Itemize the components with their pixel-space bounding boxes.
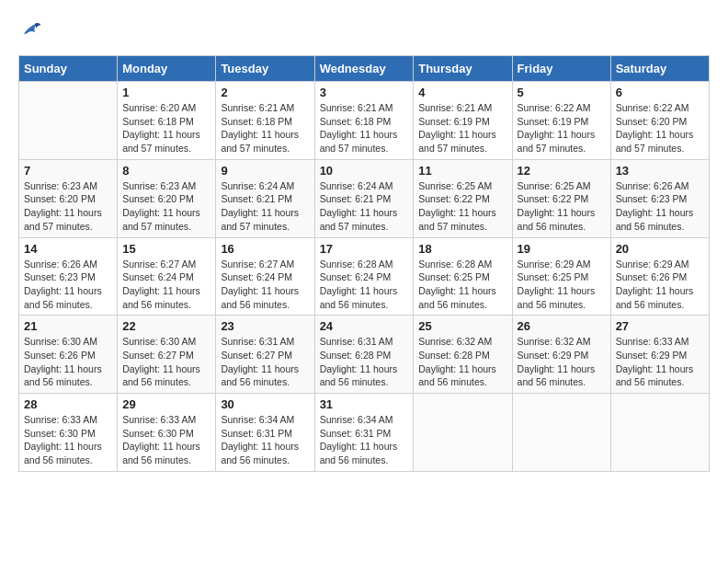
day-sunrise: Sunrise: 6:33 AM	[122, 414, 196, 425]
weekday-header-sunday: Sunday	[19, 56, 118, 82]
day-sunset: Sunset: 6:24 PM	[122, 271, 194, 282]
day-daylight: Daylight: 11 hours and 57 minutes.	[518, 129, 596, 154]
day-daylight: Daylight: 11 hours and 57 minutes.	[320, 207, 398, 232]
calendar-cell: 7 Sunrise: 6:23 AM Sunset: 6:20 PM Dayli…	[19, 159, 118, 237]
day-daylight: Daylight: 11 hours and 56 minutes.	[518, 363, 596, 388]
calendar-cell: 8 Sunrise: 6:23 AM Sunset: 6:20 PM Dayli…	[118, 159, 216, 237]
day-sunrise: Sunrise: 6:21 AM	[418, 102, 492, 113]
day-sunset: Sunset: 6:30 PM	[122, 428, 194, 439]
day-sunset: Sunset: 6:30 PM	[24, 428, 96, 439]
calendar-cell: 5 Sunrise: 6:22 AM Sunset: 6:19 PM Dayli…	[512, 82, 610, 160]
day-number: 14	[24, 242, 112, 256]
day-daylight: Daylight: 11 hours and 57 minutes.	[616, 129, 694, 154]
day-number: 30	[221, 397, 309, 411]
day-daylight: Daylight: 11 hours and 57 minutes.	[418, 207, 496, 232]
weekday-header-thursday: Thursday	[414, 56, 512, 82]
day-sunrise: Sunrise: 6:23 AM	[24, 180, 97, 191]
day-sunrise: Sunrise: 6:21 AM	[320, 102, 393, 113]
day-number: 24	[320, 319, 409, 333]
day-sunrise: Sunrise: 6:22 AM	[518, 102, 591, 113]
calendar-cell: 23 Sunrise: 6:31 AM Sunset: 6:27 PM Dayl…	[216, 316, 314, 394]
calendar-cell: 29 Sunrise: 6:33 AM Sunset: 6:30 PM Dayl…	[118, 394, 216, 472]
day-daylight: Daylight: 11 hours and 56 minutes.	[24, 363, 102, 388]
calendar-cell: 25 Sunrise: 6:32 AM Sunset: 6:28 PM Dayl…	[414, 316, 512, 394]
day-sunset: Sunset: 6:31 PM	[221, 428, 292, 439]
day-daylight: Daylight: 11 hours and 56 minutes.	[518, 207, 596, 232]
day-sunrise: Sunrise: 6:24 AM	[221, 180, 294, 191]
calendar-cell: 14 Sunrise: 6:26 AM Sunset: 6:23 PM Dayl…	[19, 237, 118, 316]
day-daylight: Daylight: 11 hours and 56 minutes.	[221, 363, 299, 388]
day-sunrise: Sunrise: 6:33 AM	[616, 336, 689, 347]
calendar-cell: 19 Sunrise: 6:29 AM Sunset: 6:25 PM Dayl…	[512, 237, 610, 316]
day-sunset: Sunset: 6:24 PM	[221, 271, 292, 282]
day-number: 21	[24, 319, 112, 333]
calendar-table: SundayMondayTuesdayWednesdayThursdayFrid…	[18, 55, 710, 472]
calendar-week-3: 14 Sunrise: 6:26 AM Sunset: 6:23 PM Dayl…	[19, 237, 710, 316]
day-daylight: Daylight: 11 hours and 57 minutes.	[24, 207, 102, 232]
day-sunset: Sunset: 6:21 PM	[320, 193, 392, 204]
day-daylight: Daylight: 11 hours and 56 minutes.	[122, 363, 200, 388]
day-sunset: Sunset: 6:27 PM	[122, 350, 194, 361]
day-daylight: Daylight: 11 hours and 56 minutes.	[616, 285, 694, 310]
day-number: 13	[616, 164, 704, 178]
day-sunrise: Sunrise: 6:30 AM	[122, 336, 196, 347]
calendar-cell: 17 Sunrise: 6:28 AM Sunset: 6:24 PM Dayl…	[314, 237, 414, 316]
day-number: 11	[418, 164, 506, 178]
day-daylight: Daylight: 11 hours and 56 minutes.	[24, 285, 102, 310]
day-sunrise: Sunrise: 6:32 AM	[518, 336, 591, 347]
day-sunrise: Sunrise: 6:30 AM	[24, 336, 97, 347]
day-sunrise: Sunrise: 6:26 AM	[24, 259, 97, 270]
day-number: 26	[518, 319, 606, 333]
day-daylight: Daylight: 11 hours and 56 minutes.	[418, 363, 496, 388]
day-number: 10	[320, 164, 409, 178]
calendar-cell: 20 Sunrise: 6:29 AM Sunset: 6:26 PM Dayl…	[610, 237, 709, 316]
day-daylight: Daylight: 11 hours and 56 minutes.	[320, 285, 398, 310]
day-sunset: Sunset: 6:23 PM	[616, 193, 688, 204]
calendar-cell: 12 Sunrise: 6:25 AM Sunset: 6:22 PM Dayl…	[512, 159, 610, 237]
day-sunrise: Sunrise: 6:29 AM	[518, 259, 591, 270]
day-daylight: Daylight: 11 hours and 56 minutes.	[221, 441, 299, 465]
calendar-cell: 28 Sunrise: 6:33 AM Sunset: 6:30 PM Dayl…	[19, 394, 118, 472]
weekday-header-monday: Monday	[118, 56, 216, 82]
calendar-cell: 21 Sunrise: 6:30 AM Sunset: 6:26 PM Dayl…	[19, 316, 118, 394]
day-sunrise: Sunrise: 6:33 AM	[24, 414, 97, 425]
day-sunset: Sunset: 6:19 PM	[418, 116, 490, 127]
calendar-cell	[512, 394, 610, 472]
calendar-cell: 1 Sunrise: 6:20 AM Sunset: 6:18 PM Dayli…	[118, 82, 216, 160]
day-number: 3	[320, 86, 409, 99]
day-daylight: Daylight: 11 hours and 56 minutes.	[518, 285, 596, 310]
day-sunset: Sunset: 6:18 PM	[122, 116, 194, 127]
calendar-cell: 13 Sunrise: 6:26 AM Sunset: 6:23 PM Dayl…	[610, 159, 709, 237]
day-daylight: Daylight: 11 hours and 57 minutes.	[122, 129, 200, 154]
day-number: 25	[418, 319, 506, 333]
day-number: 6	[616, 86, 704, 99]
calendar-cell: 9 Sunrise: 6:24 AM Sunset: 6:21 PM Dayli…	[216, 159, 314, 237]
day-sunset: Sunset: 6:28 PM	[320, 350, 392, 361]
day-sunrise: Sunrise: 6:32 AM	[418, 336, 492, 347]
day-sunrise: Sunrise: 6:34 AM	[320, 414, 393, 425]
day-sunrise: Sunrise: 6:20 AM	[122, 102, 196, 113]
day-sunset: Sunset: 6:23 PM	[24, 271, 96, 282]
day-daylight: Daylight: 11 hours and 57 minutes.	[221, 129, 299, 154]
day-sunset: Sunset: 6:18 PM	[320, 116, 392, 127]
day-number: 19	[518, 242, 606, 256]
day-sunrise: Sunrise: 6:26 AM	[616, 180, 689, 191]
calendar-cell: 30 Sunrise: 6:34 AM Sunset: 6:31 PM Dayl…	[216, 394, 314, 472]
day-daylight: Daylight: 11 hours and 57 minutes.	[320, 129, 398, 154]
day-sunrise: Sunrise: 6:21 AM	[221, 102, 294, 113]
day-number: 5	[518, 86, 606, 99]
day-sunset: Sunset: 6:24 PM	[320, 271, 392, 282]
day-sunrise: Sunrise: 6:29 AM	[616, 259, 689, 270]
day-number: 16	[221, 242, 309, 256]
calendar-cell: 15 Sunrise: 6:27 AM Sunset: 6:24 PM Dayl…	[118, 237, 216, 316]
day-sunset: Sunset: 6:22 PM	[518, 193, 589, 204]
weekday-header-wednesday: Wednesday	[314, 56, 414, 82]
day-sunset: Sunset: 6:26 PM	[616, 271, 688, 282]
day-sunrise: Sunrise: 6:23 AM	[122, 180, 196, 191]
day-sunrise: Sunrise: 6:27 AM	[122, 259, 196, 270]
day-number: 29	[122, 397, 210, 411]
day-sunset: Sunset: 6:26 PM	[24, 350, 96, 361]
calendar-cell: 4 Sunrise: 6:21 AM Sunset: 6:19 PM Dayli…	[414, 82, 512, 160]
calendar-week-5: 28 Sunrise: 6:33 AM Sunset: 6:30 PM Dayl…	[19, 394, 710, 472]
calendar-cell: 16 Sunrise: 6:27 AM Sunset: 6:24 PM Dayl…	[216, 237, 314, 316]
